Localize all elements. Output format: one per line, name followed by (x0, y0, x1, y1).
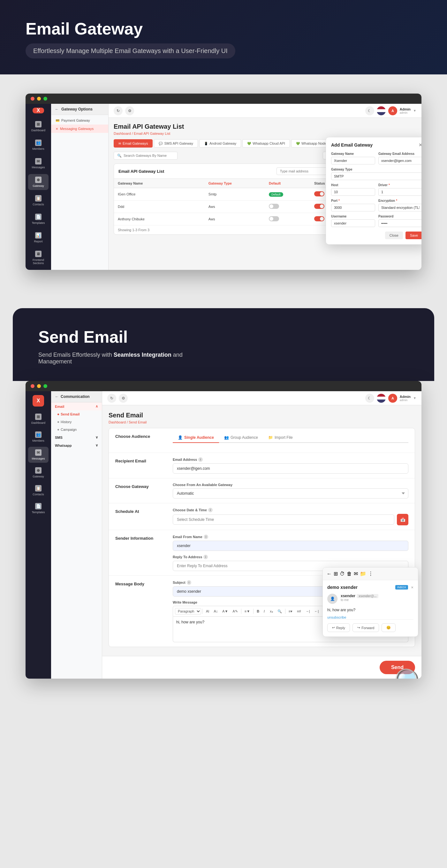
se-sidebar-templates[interactable]: 📄 Templates (28, 500, 49, 517)
driver-input[interactable] (378, 188, 421, 196)
host-input[interactable] (331, 188, 375, 196)
email-tab-icon: ✉ (119, 142, 121, 145)
ep-badge-close[interactable]: ✕ (411, 586, 413, 589)
tab-whatsapp-cloud[interactable]: 💚 Whatsapp Cloud API (242, 139, 290, 148)
status-toggle-1[interactable] (314, 204, 324, 209)
modal-close-btn[interactable]: ✕ (419, 143, 421, 148)
editor-highlight-btn[interactable]: A✎ (230, 608, 240, 614)
ep-more-icon[interactable]: ⋮ (368, 571, 373, 577)
editor-fontsize-btn[interactable]: A↕ (212, 608, 220, 614)
modal-close-button[interactable]: Close (385, 231, 403, 239)
encryption-select[interactable]: Standard encryption (TLS) (378, 204, 421, 211)
nav-payment-gateway[interactable]: 💳 Payment Gateway (51, 116, 108, 125)
se-refresh-btn[interactable]: ↻ (107, 394, 116, 403)
sidebar-item-frontend[interactable]: 🖥 Frontend Sections (28, 248, 49, 267)
default-toggle-1[interactable] (269, 204, 279, 209)
recipient-email-input[interactable] (173, 463, 408, 474)
username-input[interactable] (331, 219, 375, 227)
ep-clock-icon[interactable]: ⏱ (340, 571, 345, 577)
se-nav-history[interactable]: History (51, 418, 102, 426)
tab-sms-api[interactable]: 💬 SMS API Gateway (154, 139, 198, 148)
sidebar-item-contacts[interactable]: 📋 Contacts (28, 192, 49, 209)
ep-unsubscribe-link[interactable]: unsubscribe (327, 615, 413, 619)
se-settings-btn[interactable]: ⚙ (119, 394, 128, 403)
dot-red-1[interactable] (31, 97, 34, 101)
editor-align-btn[interactable]: ≡▼ (243, 608, 252, 614)
se-nav-send-email[interactable]: Send Email (51, 410, 102, 418)
paragraph-select[interactable]: Paragraph (175, 608, 201, 614)
password-input[interactable] (378, 219, 421, 227)
tab-single-audience[interactable]: 👤 Single Audience (173, 433, 219, 443)
se-sidebar-messages[interactable]: ✉ Messages (28, 447, 49, 463)
editor-numlist-btn[interactable]: ≡# (295, 608, 303, 614)
ep-grid-icon[interactable]: ⊞ (334, 571, 338, 577)
status-toggle-0[interactable] (314, 191, 324, 196)
dot-green-2[interactable] (43, 384, 47, 388)
editor-list-btn[interactable]: ≡▾ (287, 608, 294, 614)
send-email-btn[interactable]: Send (380, 661, 415, 674)
default-toggle-2[interactable] (269, 216, 279, 221)
editor-color-btn[interactable]: A▼ (220, 608, 230, 614)
sidebar-item-report[interactable]: 📊 Report (28, 229, 49, 246)
sidebar-item-templates[interactable]: 📄 Templates (28, 211, 49, 227)
editor-subscript-btn[interactable]: x₂ (268, 608, 275, 614)
modal-save-button[interactable]: Save (406, 231, 421, 239)
user-dropdown-arrow[interactable]: ▼ (413, 109, 416, 113)
ep-trash-icon[interactable]: 🗑 (347, 571, 352, 577)
search-input-1[interactable] (124, 154, 171, 157)
se-back-arrow[interactable]: ← (55, 394, 59, 399)
schedule-input[interactable] (173, 515, 394, 525)
port-input[interactable] (331, 204, 375, 211)
nav-messaging-gateways[interactable]: ✕ Messaging Gateways (51, 125, 108, 133)
settings-btn[interactable]: ⚙ (125, 106, 134, 115)
se-nav-email-group[interactable]: Email ∧ (51, 402, 102, 410)
sidebar-item-gateway[interactable]: ⊕ Gateway (28, 174, 49, 190)
ep-mail-icon[interactable]: ✉ (354, 571, 358, 577)
ep-folder-icon[interactable]: 📁 (360, 571, 366, 577)
editor-indent-btn[interactable]: →| (304, 608, 312, 614)
se-nav-sms-group[interactable]: SMS ∨ (51, 433, 102, 441)
sidebar-item-members[interactable]: 👥 Members (28, 137, 49, 153)
tab-android[interactable]: 📱 Android Gateway (199, 139, 241, 148)
dot-red-2[interactable] (31, 384, 34, 388)
gateway-type-select[interactable]: SMTP (331, 173, 421, 180)
ep-forward-btn[interactable]: ↪ Forward (352, 623, 379, 632)
dot-yellow-1[interactable] (37, 97, 41, 101)
editor-search-btn[interactable]: 🔍 (276, 608, 284, 614)
gateway-name-input[interactable] (331, 157, 375, 164)
se-user-dropdown[interactable]: ▼ (413, 396, 416, 400)
se-theme-btn[interactable]: ☾ (365, 394, 374, 403)
gateway-select[interactable]: Automatic (173, 488, 408, 498)
se-nav-whatsapp-group[interactable]: Whatsapp ∨ (51, 441, 102, 449)
refresh-btn[interactable]: ↻ (114, 106, 123, 115)
editor-bold-btn[interactable]: B (255, 608, 261, 614)
theme-btn[interactable]: ☾ (365, 106, 374, 115)
choose-gateway-row: Choose Gateway Choose From An Available … (109, 478, 415, 503)
ep-reply-btn[interactable]: ↩ Reply (327, 623, 350, 632)
editor-outdent-btn[interactable]: ←| (312, 608, 321, 614)
dot-green-1[interactable] (43, 97, 47, 101)
schedule-calendar-btn[interactable]: 📅 (397, 514, 408, 525)
se-sidebar-contacts[interactable]: 📋 Contacts (28, 483, 49, 498)
status-toggle-2[interactable] (314, 216, 324, 221)
type-mail-input[interactable] (277, 167, 328, 175)
dot-yellow-2[interactable] (37, 384, 41, 388)
se-contacts-label: Contacts (33, 493, 44, 496)
ep-back-icon[interactable]: ← (327, 571, 332, 577)
email-from-input[interactable] (173, 541, 408, 551)
se-sidebar-gateway[interactable]: ⊕ Gateway (28, 465, 49, 480)
tab-import-file[interactable]: 📁 Import File (263, 433, 298, 443)
sidebar-item-messages[interactable]: ✉ Messages (28, 156, 49, 172)
gateway-email-input[interactable] (378, 157, 421, 164)
se-sidebar-members[interactable]: 👥 Members (28, 429, 49, 445)
tab-group-audience[interactable]: 👥 Group Audience (219, 433, 263, 443)
se-breadcrumb-home[interactable]: Dashboard (108, 420, 126, 424)
editor-italic-btn[interactable]: I (262, 608, 266, 614)
se-nav-campaign[interactable]: Campaign (51, 426, 102, 433)
se-sidebar-dashboard[interactable]: ⊞ Dashboard (28, 411, 49, 427)
sidebar-item-dashboard[interactable]: ⊞ Dashboard (28, 119, 49, 134)
tab-email-gateways[interactable]: ✉ Email Gateways (114, 139, 153, 148)
breadcrumb-home[interactable]: Dashboard (114, 131, 131, 135)
editor-font-btn[interactable]: AI (204, 608, 211, 614)
ep-emoji-btn[interactable]: 😊 (382, 623, 395, 632)
